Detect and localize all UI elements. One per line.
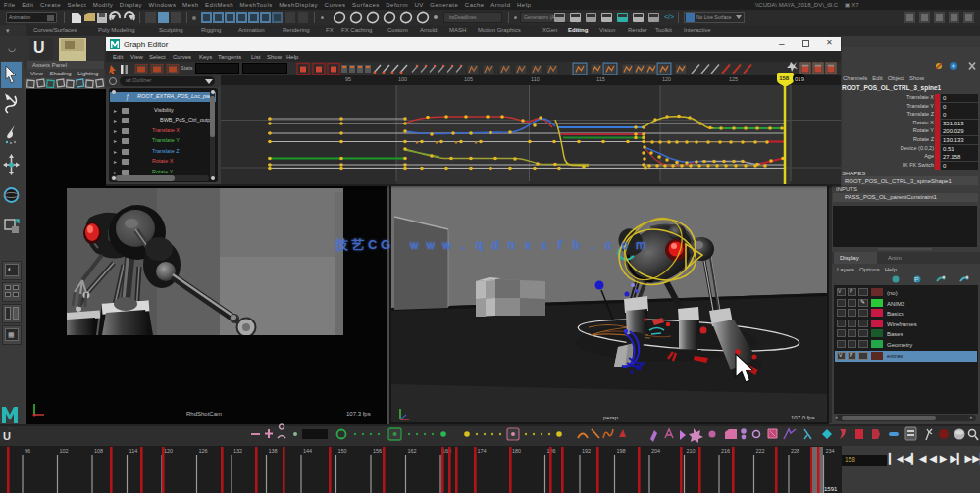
svg-text:158: 158 [779,75,790,81]
